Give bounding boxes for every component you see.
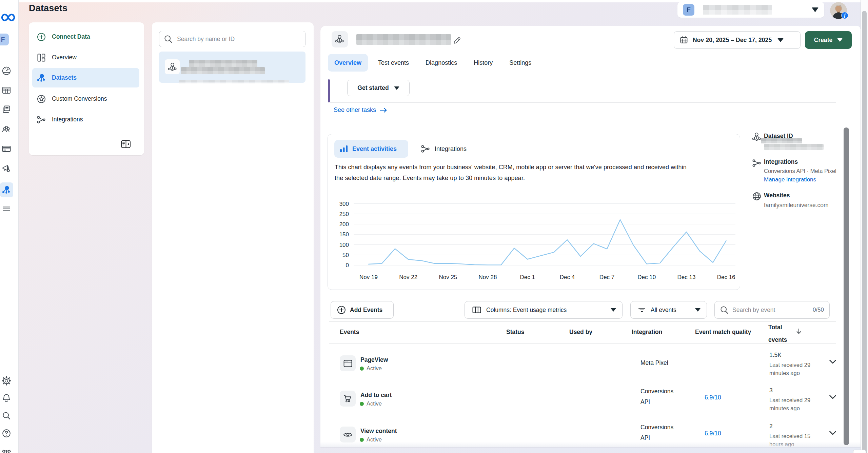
expand-row-chevron-icon[interactable] (829, 431, 836, 437)
create-button[interactable]: Create (805, 31, 852, 49)
divider (329, 321, 836, 322)
speedometer-icon[interactable] (1, 66, 12, 76)
total-events-value: 3 (769, 387, 773, 394)
integrations-title: Integrations (764, 158, 798, 165)
event-name: Add to cart (360, 392, 392, 399)
column-header[interactable]: Status (506, 329, 524, 336)
audiences-icon[interactable] (1, 124, 12, 134)
manage-integrations-link[interactable]: Manage integrations (764, 176, 816, 183)
edit-pencil-icon[interactable] (452, 36, 462, 45)
date-range-picker[interactable]: Nov 20, 2025 – Dec 17, 2025 (674, 31, 801, 49)
event-status-row: Active (360, 436, 382, 443)
calendar-icon (679, 36, 688, 44)
websites-value: familysmileuniverse.com (764, 202, 829, 209)
active-status-dot (360, 367, 364, 371)
integrations-icon (36, 115, 46, 125)
tab-diagnostics[interactable]: Diagnostics (419, 54, 463, 72)
sidebar-item-label: Integrations (52, 116, 83, 123)
dataset-cluster-icon (752, 132, 762, 142)
business-shortcut-badge[interactable]: F (0, 34, 9, 45)
window-scrollbar-thumb[interactable] (862, 11, 867, 453)
svg-text:250: 250 (339, 211, 349, 217)
tab-integrations[interactable]: Integrations (417, 140, 467, 158)
columns-dropdown-label: Columns: Event usage metrics (486, 307, 567, 314)
svg-text:Nov 28: Nov 28 (479, 274, 497, 280)
dataset-id-redacted (764, 144, 824, 150)
svg-text:Nov 25: Nov 25 (439, 274, 457, 280)
business-avatar-tile: F (683, 4, 694, 16)
window-scrollbar[interactable] (861, 0, 868, 453)
column-header[interactable]: Events (340, 329, 359, 336)
event-search-input[interactable]: Search by event 0/50 (714, 301, 830, 319)
dataset-header-icon-chip (332, 31, 348, 47)
see-other-tasks-link[interactable]: See other tasks (334, 106, 388, 114)
scroll-corner-box (853, 450, 866, 453)
sidebar-item-connect-data[interactable]: Connect Data (32, 27, 139, 46)
add-events-button[interactable]: Add Events (331, 301, 394, 319)
eye-icon (340, 427, 356, 442)
notifications-bell-icon[interactable] (1, 393, 12, 403)
column-header[interactable]: Integration (632, 329, 662, 336)
sidebar-item-integrations[interactable]: Integrations (32, 110, 139, 129)
svg-text:100: 100 (339, 242, 349, 248)
add-events-label: Add Events (350, 307, 382, 314)
dataset-search-input[interactable]: Search by name or ID (159, 31, 305, 47)
dataset-cluster-icon (165, 59, 180, 74)
integration-cell: Meta Pixel (640, 358, 668, 368)
column-header[interactable]: Used by (569, 329, 592, 336)
get-started-button[interactable]: Get started (347, 80, 410, 96)
plus-circle-icon (36, 32, 46, 42)
pages-icon[interactable] (1, 104, 12, 115)
event-row-view-content[interactable]: View content Active ConversionsAPI 6.9/1… (320, 418, 843, 447)
dataset-list-item-selected[interactable] (159, 52, 305, 83)
account-switcher[interactable]: F (677, 2, 824, 18)
table-icon[interactable] (1, 85, 12, 95)
divider (329, 343, 836, 344)
sidebar-item-overview[interactable]: Overview (32, 48, 139, 67)
settings-gear-icon[interactable] (1, 376, 12, 386)
ads-megaphone-icon[interactable] (1, 163, 12, 174)
search-icon[interactable] (1, 411, 12, 421)
sidebar-item-label: Custom Conversions (52, 95, 107, 102)
event-match-quality-link[interactable]: 6.9/10 (705, 394, 721, 401)
help-question-icon[interactable] (1, 428, 12, 438)
tab-integrations-label: Integrations (435, 145, 467, 153)
dataset-meta-redacted (179, 80, 289, 83)
meta-logo-icon[interactable] (0, 12, 16, 23)
event-status: Active (367, 400, 382, 407)
sidebar-item-custom-conversions[interactable]: Custom Conversions (32, 89, 139, 109)
event-row-pageview[interactable]: PageView Active Meta Pixel 1.5K Last rec… (320, 347, 843, 382)
tab-history[interactable]: History (467, 54, 499, 72)
expand-row-chevron-icon[interactable] (829, 359, 836, 366)
sort-descending-icon[interactable] (795, 328, 803, 336)
columns-dropdown[interactable]: Columns: Event usage metrics (465, 301, 623, 319)
dataset-list-panel: Search by name or ID (152, 22, 314, 453)
billing-icon[interactable] (1, 144, 12, 154)
sidebar-item-label: Overview (52, 54, 77, 61)
tab-event-activities[interactable]: Event activities (334, 140, 408, 158)
collapse-sidebar-button[interactable] (118, 137, 134, 151)
svg-text:200: 200 (339, 221, 349, 228)
tab-overview[interactable]: Overview (328, 54, 368, 72)
chart-description: This chart displays any events from your… (335, 162, 736, 183)
datasets-icon[interactable] (1, 185, 12, 195)
globe-icon (752, 191, 762, 201)
main-content-panel: Nov 20, 2025 – Dec 17, 2025 Create Overv… (320, 26, 861, 447)
date-range-label: Nov 20, 2025 – Dec 17, 2025 (693, 37, 772, 44)
datasets-cluster-icon (36, 73, 46, 83)
event-match-quality-link[interactable]: 6.9/10 (705, 430, 721, 437)
expand-row-chevron-icon[interactable] (829, 395, 836, 401)
see-other-tasks-label: See other tasks (334, 106, 376, 114)
event-row-add-to-cart[interactable]: Add to cart Active ConversionsAPI 6.9/10… (320, 382, 843, 417)
tab-settings[interactable]: Settings (503, 54, 538, 72)
bug-report-icon[interactable] (1, 448, 12, 453)
sidebar-item-label: Connect Data (52, 33, 90, 40)
column-header[interactable]: Event match quality (695, 329, 751, 336)
sidebar-item-datasets[interactable]: Datasets (32, 68, 139, 87)
plus-circle-icon (337, 306, 346, 314)
column-header-total-events[interactable]: Total events (768, 321, 795, 346)
event-filter-dropdown[interactable]: All events (630, 301, 707, 319)
menu-lines-icon[interactable] (1, 204, 12, 214)
tab-test-events[interactable]: Test events (372, 54, 415, 72)
content-scrollbar-thumb[interactable] (844, 127, 849, 445)
